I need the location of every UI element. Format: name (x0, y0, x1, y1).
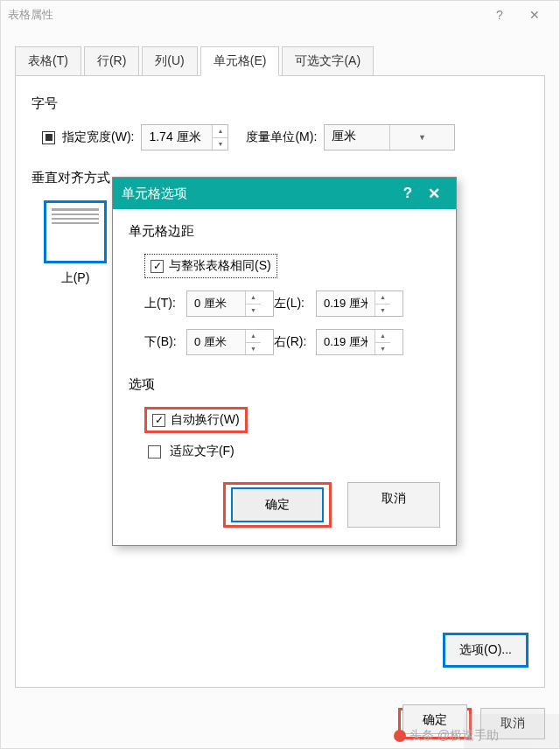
arrow-down-icon[interactable]: ▼ (375, 343, 390, 355)
arrow-up-icon[interactable]: ▲ (375, 330, 390, 343)
arrow-down-icon[interactable]: ▼ (246, 343, 261, 355)
tab-alt-text[interactable]: 可选文字(A) (282, 46, 374, 76)
sub-body: 单元格边距 与整张表格相同(S) 上(T): ▲▼ 左(L): ▲▼ 下(B):… (113, 209, 456, 545)
valign-top-option[interactable]: 上(P) (44, 200, 107, 286)
close-icon[interactable]: ✕ (517, 8, 552, 22)
measure-label: 度量单位(M): (246, 130, 317, 145)
arrow-down-icon[interactable]: ▼ (213, 138, 228, 150)
measure-value: 厘米 (325, 125, 389, 150)
fit-text-checkbox[interactable] (148, 445, 161, 458)
arrow-down-icon[interactable]: ▼ (246, 304, 261, 317)
main-dialog-title: 表格属性 (8, 7, 482, 23)
chevron-down-icon[interactable]: ▼ (389, 125, 455, 150)
margins-section-title: 单元格边距 (129, 223, 440, 240)
sub-title-bar: 单元格选项 ? ✕ (113, 178, 456, 209)
watermark-icon (394, 730, 406, 742)
margin-left-input[interactable] (317, 291, 374, 316)
tab-column[interactable]: 列(U) (142, 46, 197, 76)
size-section-title: 字号 (32, 95, 528, 112)
margin-top-input[interactable] (187, 291, 245, 316)
sub-buttons: 确定 取消 (129, 482, 440, 528)
wrap-text-label: 自动换行(W) (171, 412, 240, 428)
sub-close-icon[interactable]: ✕ (421, 185, 447, 203)
sub-ok-button[interactable]: 确定 (231, 487, 324, 522)
margin-grid: 上(T): ▲▼ 左(L): ▲▼ 下(B): ▲▼ 右(R): ▲▼ (144, 290, 440, 355)
margin-bottom-input[interactable] (187, 330, 245, 354)
sub-ok-highlight: 确定 (223, 482, 332, 528)
cell-options-dialog: 单元格选项 ? ✕ 单元格边距 与整张表格相同(S) 上(T): ▲▼ 左(L)… (112, 177, 457, 546)
wrap-text-checkbox[interactable] (152, 414, 165, 427)
width-row: 指定宽度(W): ▲▼ 度量单位(M): 厘米 ▼ (42, 124, 528, 150)
sub-cancel-button[interactable]: 取消 (347, 482, 440, 528)
tabs-container: 表格(T) 行(R) 列(U) 单元格(E) 可选文字(A) (15, 46, 545, 76)
help-icon[interactable]: ? (482, 8, 517, 22)
margin-top-label: 上(T): (144, 296, 186, 312)
arrow-down-icon[interactable]: ▼ (375, 304, 390, 317)
width-input[interactable] (142, 125, 212, 150)
arrow-up-icon[interactable]: ▲ (213, 125, 228, 138)
measure-combo[interactable]: 厘米 ▼ (324, 124, 455, 150)
sub-dialog-title: 单元格选项 (122, 186, 395, 202)
tab-cell[interactable]: 单元格(E) (200, 46, 280, 76)
cell-options-button[interactable]: 选项(O)... (443, 633, 528, 668)
main-title-bar: 表格属性 ? ✕ (1, 1, 559, 29)
arrow-up-icon[interactable]: ▲ (246, 330, 261, 343)
width-arrows[interactable]: ▲▼ (212, 125, 228, 150)
margin-bottom-label: 下(B): (144, 334, 186, 350)
fit-text-label: 适应文字(F) (170, 444, 234, 458)
tab-table[interactable]: 表格(T) (15, 46, 81, 76)
margin-left-label: 左(L): (274, 296, 316, 312)
margin-right-label: 右(R): (274, 334, 316, 350)
options-section-title: 选项 (129, 376, 440, 393)
valign-top-label: 上(P) (44, 270, 107, 286)
arrow-up-icon[interactable]: ▲ (375, 291, 390, 304)
watermark: 头条 @极速手助 (394, 728, 499, 744)
same-as-table-checkbox[interactable] (150, 260, 164, 273)
margin-top-spinner[interactable]: ▲▼ (186, 290, 274, 317)
arrow-up-icon[interactable]: ▲ (246, 291, 261, 304)
wrap-highlight: 自动换行(W) (144, 407, 248, 433)
margin-bottom-spinner[interactable]: ▲▼ (186, 329, 274, 355)
watermark-text: 头条 @极速手助 (410, 728, 499, 744)
same-as-table-box: 与整张表格相同(S) (144, 254, 277, 278)
width-label: 指定宽度(W): (62, 130, 134, 145)
margin-left-spinner[interactable]: ▲▼ (316, 290, 403, 317)
valign-top-preview (44, 200, 107, 263)
sub-help-icon[interactable]: ? (395, 185, 421, 202)
margin-right-spinner[interactable]: ▲▼ (316, 329, 403, 355)
tab-row[interactable]: 行(R) (84, 46, 139, 76)
width-spinner[interactable]: ▲▼ (141, 124, 228, 150)
width-checkbox[interactable] (42, 131, 55, 144)
same-as-table-label: 与整张表格相同(S) (169, 258, 271, 274)
margin-right-input[interactable] (317, 330, 374, 354)
